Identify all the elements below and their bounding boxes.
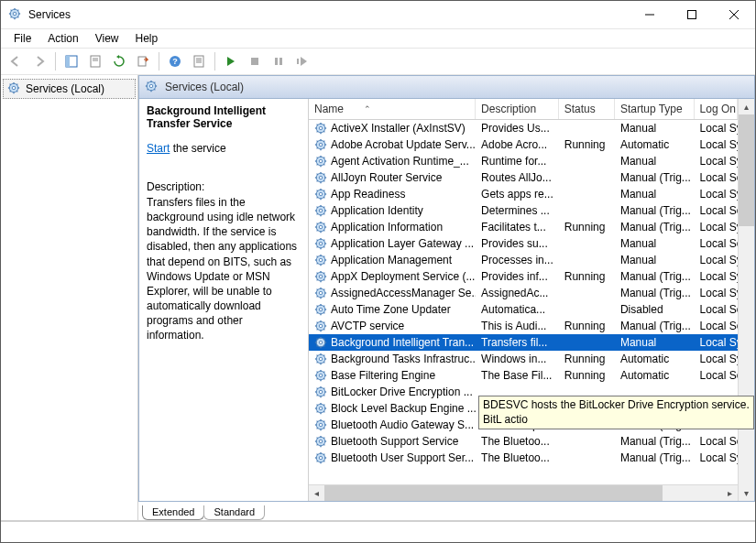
- h-scroll-thumb[interactable]: [324, 485, 663, 501]
- service-startup-text: Automatic: [615, 367, 695, 384]
- v-scroll-thumb[interactable]: [739, 114, 754, 226]
- service-status-text: [559, 450, 615, 466]
- start-service-button[interactable]: [220, 50, 242, 72]
- scroll-left-icon[interactable]: ◂: [309, 485, 324, 501]
- content-body: Background Intelligent Transfer Service …: [138, 98, 755, 502]
- service-row[interactable]: Bluetooth Support ServiceThe Bluetoo...M…: [309, 433, 738, 450]
- service-logon-text: Local Sy: [695, 268, 738, 285]
- separator: [55, 52, 56, 71]
- col-description[interactable]: Description: [476, 99, 559, 119]
- service-name-text: Application Layer Gateway ...: [331, 237, 474, 250]
- menu-help[interactable]: Help: [128, 30, 166, 47]
- menu-view[interactable]: View: [88, 30, 126, 47]
- h-scroll-track[interactable]: [324, 485, 722, 501]
- start-service-link[interactable]: Start: [147, 142, 170, 155]
- service-desc-text: Windows in...: [476, 351, 559, 367]
- pause-service-button[interactable]: [268, 50, 290, 72]
- col-logon[interactable]: Log On: [695, 99, 738, 119]
- v-scroll-track[interactable]: [739, 114, 754, 485]
- detail-pane: Background Intelligent Transfer Service …: [139, 99, 309, 501]
- gear-icon: [314, 188, 327, 201]
- service-row[interactable]: ActiveX Installer (AxInstSV)Provides Us.…: [309, 120, 738, 136]
- service-row[interactable]: AllJoyn Router ServiceRoutes AllJo...Man…: [309, 169, 738, 186]
- separator: [159, 52, 159, 71]
- service-row[interactable]: App ReadinessGets apps re...ManualLocal …: [309, 186, 738, 202]
- service-status-text: [559, 252, 615, 268]
- svg-rect-19: [138, 57, 146, 66]
- gear-icon: [314, 418, 327, 431]
- tab-standard[interactable]: Standard: [203, 505, 265, 520]
- service-logon-text: Local Se: [695, 318, 738, 334]
- stop-service-button[interactable]: [244, 50, 266, 72]
- col-name[interactable]: Name⌃: [309, 99, 476, 119]
- service-name-text: Adobe Acrobat Update Serv...: [331, 138, 476, 151]
- svg-rect-28: [279, 58, 282, 65]
- service-row[interactable]: Base Filtering EngineThe Base Fil...Runn…: [309, 367, 738, 384]
- gear-icon: [314, 138, 327, 151]
- svg-rect-29: [297, 59, 299, 64]
- service-row[interactable]: Agent Activation Runtime_...Runtime for.…: [309, 153, 738, 169]
- service-startup-text: Manual (Trig...: [615, 202, 695, 219]
- service-desc-text: The Bluetoo...: [476, 450, 559, 466]
- horizontal-scrollbar[interactable]: ◂ ▸: [309, 484, 738, 501]
- back-button[interactable]: [5, 50, 27, 72]
- service-desc-text: Processes in...: [476, 252, 559, 268]
- service-row[interactable]: AVCTP serviceThis is Audi...RunningManua…: [309, 318, 738, 334]
- service-row[interactable]: Auto Time Zone UpdaterAutomatica...Disab…: [309, 301, 738, 318]
- service-logon-text: Local Se: [695, 301, 738, 318]
- service-row[interactable]: Background Tasks Infrastruc...Windows in…: [309, 351, 738, 367]
- properties-button[interactable]: [84, 50, 106, 72]
- service-row[interactable]: Application Layer Gateway ...Provides su…: [309, 235, 738, 252]
- refresh-button[interactable]: [108, 50, 130, 72]
- service-name-text: BitLocker Drive Encryption ...: [331, 386, 473, 398]
- service-status-text: [559, 301, 615, 318]
- body: Services (Local) Services (Local) Backgr…: [1, 75, 755, 521]
- show-hide-tree-button[interactable]: [60, 50, 82, 72]
- gear-icon: [314, 221, 327, 233]
- close-button[interactable]: [713, 1, 755, 28]
- minimize-button[interactable]: [629, 1, 671, 28]
- service-startup-text: Manual (Trig...: [615, 169, 695, 186]
- service-row[interactable]: Adobe Acrobat Update Serv...Adobe Acro..…: [309, 136, 738, 153]
- export-button[interactable]: [132, 50, 154, 72]
- gear-icon: [314, 254, 327, 266]
- restart-service-button[interactable]: [291, 50, 313, 72]
- col-status[interactable]: Status: [559, 99, 615, 119]
- service-name-text: Application Identity: [331, 204, 423, 217]
- service-name-text: Bluetooth User Support Ser...: [331, 451, 474, 464]
- gear-icon: [314, 451, 327, 464]
- titlebar: Services: [1, 1, 755, 29]
- service-status-text: [559, 334, 615, 351]
- forward-button[interactable]: [28, 50, 50, 72]
- maximize-button[interactable]: [671, 1, 713, 28]
- scroll-up-icon[interactable]: ▴: [739, 99, 754, 114]
- service-name-text: AllJoyn Router Service: [331, 171, 442, 184]
- svg-rect-27: [275, 58, 278, 65]
- service-desc-text: This is Audi...: [476, 318, 559, 334]
- service-desc-text: Gets apps re...: [476, 186, 559, 202]
- service-row[interactable]: Application InformationFacilitates t...R…: [309, 219, 738, 235]
- app-icon: [8, 7, 23, 22]
- service-row[interactable]: Application ManagementProcesses in...Man…: [309, 252, 738, 268]
- tab-extended[interactable]: Extended: [142, 505, 204, 520]
- service-name-text: AppX Deployment Service (...: [331, 270, 475, 283]
- menu-action[interactable]: Action: [40, 30, 85, 47]
- help-button[interactable]: ?: [164, 50, 186, 72]
- content-header: Services (Local): [138, 75, 755, 98]
- service-row[interactable]: Application IdentityDetermines ...Manual…: [309, 202, 738, 219]
- service-startup-text: Manual: [615, 120, 695, 136]
- properties-2-button[interactable]: [188, 50, 210, 72]
- scroll-right-icon[interactable]: ▸: [722, 485, 738, 501]
- col-startup[interactable]: Startup Type: [615, 99, 695, 119]
- service-row[interactable]: Bluetooth User Support Ser...The Bluetoo…: [309, 450, 738, 466]
- service-name-text: AVCTP service: [331, 320, 404, 332]
- service-row[interactable]: AppX Deployment Service (...Provides inf…: [309, 268, 738, 285]
- scroll-down-icon[interactable]: ▾: [739, 485, 754, 501]
- separator: [214, 52, 215, 71]
- vertical-scrollbar[interactable]: ▴ ▾: [738, 99, 754, 501]
- service-row[interactable]: Background Intelligent Tran...Transfers …: [309, 334, 738, 351]
- service-row[interactable]: AssignedAccessManager Se...AssignedAc...…: [309, 285, 738, 301]
- nav-root-item[interactable]: Services (Local): [3, 79, 136, 99]
- service-logon-text: Local Sy: [695, 450, 738, 466]
- menu-file[interactable]: File: [6, 30, 38, 47]
